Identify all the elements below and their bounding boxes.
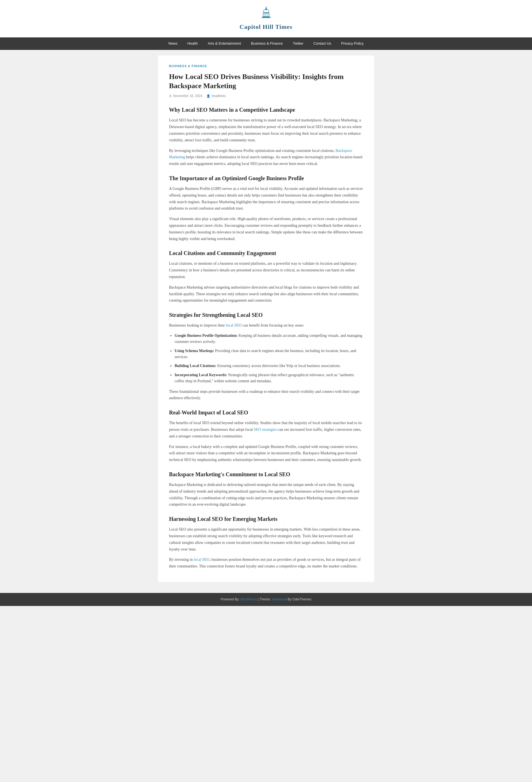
- nav-item-twitter[interactable]: Twitter: [288, 37, 308, 50]
- list-item-3: Building Local Citations: Ensuring consi…: [175, 363, 363, 369]
- local-seo-link-2[interactable]: local SEO: [194, 558, 210, 562]
- list-item-3-bold: Building Local Citations:: [175, 364, 217, 368]
- section-3-para-2: Backspace Marketing advises targeting au…: [169, 284, 363, 304]
- site-name: Capitol Hill Times: [240, 22, 293, 32]
- section-3-para-1: Local citations, or mentions of a busine…: [169, 260, 363, 280]
- section-7-para-1: Local SEO also presents a significant op…: [169, 526, 363, 553]
- section-heading-4: Strategies for Strengthening Local SEO: [169, 311, 363, 319]
- nav-link-news[interactable]: News: [163, 37, 183, 50]
- nav-item-arts[interactable]: Arts & Entertainment: [203, 37, 246, 50]
- content-area: BUSINESS & FINANCE How Local SEO Drives …: [158, 56, 374, 582]
- site-logo-link[interactable]: Capitol Hill Times: [240, 5, 293, 32]
- section-5-para-2: For instance, a local bakery with a comp…: [169, 443, 363, 463]
- footer-theme-link[interactable]: newsbook: [271, 597, 287, 601]
- nav-link-contact[interactable]: Contact Us: [308, 37, 336, 50]
- footer-powered-by-label: Powered By:: [221, 597, 239, 601]
- site-footer: Powered By: WordPress | Theme: newsbook …: [0, 593, 532, 606]
- nav-item-contact[interactable]: Contact Us: [308, 37, 336, 50]
- svg-rect-9: [262, 16, 270, 17]
- list-item-2: Using Schema Markup: Providing clear dat…: [175, 348, 363, 360]
- svg-marker-2: [265, 7, 267, 8]
- section-heading-7: Harnessing Local SEO for Emerging Market…: [169, 514, 363, 523]
- section-4-list: Google Business Profile Optimization: Ke…: [175, 333, 363, 385]
- section-2-para-1: A Google Business Profile (GBP) serves a…: [169, 185, 363, 212]
- nav-list: News Health Arts & Entertainment Busines…: [0, 37, 532, 50]
- local-seo-link-1[interactable]: local SEO: [226, 323, 241, 327]
- nav-link-arts[interactable]: Arts & Entertainment: [203, 37, 246, 50]
- svg-rect-11: [263, 12, 268, 13]
- list-item-1-bold: Google Business Profile Optimization:: [175, 333, 238, 337]
- article-date: 🗓 November 18, 2024: [169, 94, 202, 99]
- nav-link-health[interactable]: Health: [182, 37, 203, 50]
- section-heading-5: Real-World Impact of Local SEO: [169, 408, 363, 417]
- article-author: 👤 headlines: [206, 94, 226, 99]
- svg-rect-10: [262, 17, 271, 18]
- seo-strategies-link[interactable]: SEO strategies: [254, 427, 277, 432]
- article-category: BUSINESS & FINANCE: [169, 64, 363, 69]
- main-nav: News Health Arts & Entertainment Busines…: [0, 37, 532, 50]
- site-header: Capitol Hill Times: [0, 0, 532, 37]
- calendar-icon: 🗓: [169, 94, 172, 99]
- section-7-para-2: By investing in local SEO, businesses po…: [169, 556, 363, 570]
- nav-item-privacy[interactable]: Privacy Policy: [336, 37, 369, 50]
- article-title: How Local SEO Drives Business Visibility…: [169, 72, 363, 91]
- list-item-1: Google Business Profile Optimization: Ke…: [175, 333, 363, 345]
- nav-item-news[interactable]: News: [163, 37, 183, 50]
- article-meta: 🗓 November 18, 2024 👤 headlines: [169, 94, 363, 99]
- nav-item-business[interactable]: Business & Finance: [246, 37, 288, 50]
- page-wrapper: BUSINESS & FINANCE How Local SEO Drives …: [114, 50, 418, 588]
- section-heading-6: Backspace Marketing's Commitment to Loca…: [169, 470, 363, 479]
- section-4-outro: These foundational steps provide busines…: [169, 388, 363, 402]
- nav-link-privacy[interactable]: Privacy Policy: [336, 37, 369, 50]
- list-item-4-bold: Incorporating Local Keywords:: [175, 373, 227, 377]
- section-4-intro: Businesses looking to improve their loca…: [169, 322, 363, 329]
- footer-theme-label: Theme:: [259, 597, 271, 601]
- author-icon: 👤: [206, 94, 210, 99]
- section-heading-1: Why Local SEO Matters in a Competitive L…: [169, 105, 363, 114]
- nav-link-twitter[interactable]: Twitter: [288, 37, 308, 50]
- footer-wordpress-link[interactable]: WordPress: [240, 597, 257, 601]
- section-2-para-2: Visual elements also play a significant …: [169, 216, 363, 242]
- section-1-para-1: Local SEO has become a cornerstone for b…: [169, 117, 363, 143]
- list-item-2-bold: Using Schema Markup:: [175, 349, 214, 353]
- article-body: Why Local SEO Matters in a Competitive L…: [169, 105, 363, 570]
- section-1-para-2: By leveraging techniques like Google Bus…: [169, 147, 363, 167]
- nav-item-health[interactable]: Health: [182, 37, 203, 50]
- svg-rect-1: [265, 8, 267, 10]
- section-5-para-1: The benefits of local SEO extend beyond …: [169, 420, 363, 439]
- section-heading-3: Local Citations and Community Engagement: [169, 249, 363, 257]
- backspace-marketing-link-1[interactable]: Backspace Marketing: [169, 149, 352, 159]
- logo-icon: [259, 5, 274, 21]
- nav-link-business[interactable]: Business & Finance: [246, 37, 288, 50]
- list-item-4: Incorporating Local Keywords: Strategica…: [175, 372, 363, 385]
- footer-theme-suffix: By OdieThemes: [288, 597, 311, 601]
- section-heading-2: The Importance of an Optimized Google Bu…: [169, 174, 363, 183]
- section-6-para-1: Backspace Marketing is dedicated to deli…: [169, 482, 363, 508]
